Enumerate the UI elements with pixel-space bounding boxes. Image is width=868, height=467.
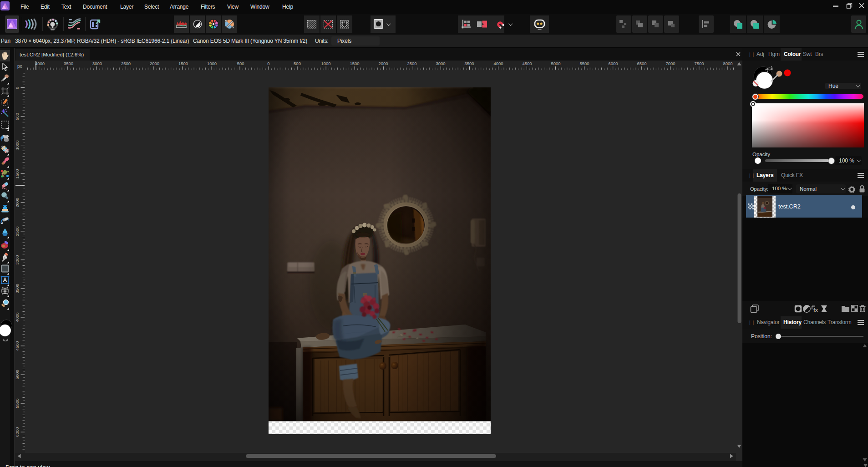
svg-text:5500: 5500 — [15, 398, 20, 408]
svg-text:4500: 4500 — [522, 61, 532, 66]
svg-text:6000: 6000 — [15, 427, 20, 437]
svg-text:6000: 6000 — [608, 61, 618, 66]
svg-text:-2500: -2500 — [120, 61, 131, 66]
svg-text:3500: 3500 — [464, 61, 474, 66]
svg-text:3000: 3000 — [436, 61, 445, 66]
svg-text:5000: 5000 — [15, 370, 20, 379]
svg-text:4000: 4000 — [493, 61, 503, 66]
svg-text:7000: 7000 — [665, 61, 675, 66]
svg-text:4000: 4000 — [15, 312, 20, 322]
svg-text:2500: 2500 — [407, 61, 416, 66]
svg-text:1000: 1000 — [15, 140, 20, 150]
svg-text:0: 0 — [15, 86, 20, 89]
svg-text:-2000: -2000 — [148, 61, 159, 66]
svg-text:500: 500 — [294, 61, 301, 66]
svg-text:-4000: -4000 — [34, 61, 45, 66]
svg-text:fx: fx — [813, 307, 818, 313]
svg-text:-1500: -1500 — [177, 61, 188, 66]
svg-text:1500: 1500 — [15, 169, 20, 178]
svg-text:7500: 7500 — [694, 61, 704, 66]
svg-text:2000: 2000 — [15, 198, 20, 207]
svg-text:-1000: -1000 — [206, 61, 217, 66]
svg-text:2000: 2000 — [378, 61, 388, 66]
svg-text:-500: -500 — [235, 61, 244, 66]
svg-text:1000: 1000 — [321, 61, 330, 66]
svg-text:3500: 3500 — [15, 284, 20, 293]
svg-text:2500: 2500 — [15, 226, 20, 236]
svg-text:6500: 6500 — [637, 61, 646, 66]
svg-text:-3000: -3000 — [91, 61, 102, 66]
svg-text:5500: 5500 — [579, 61, 589, 66]
svg-text:3000: 3000 — [15, 255, 20, 264]
svg-text:1500: 1500 — [350, 61, 359, 66]
svg-text:5000: 5000 — [551, 61, 560, 66]
svg-text:4500: 4500 — [15, 341, 20, 350]
svg-text:0: 0 — [267, 61, 269, 66]
svg-text:500: 500 — [15, 113, 20, 120]
svg-text:8000: 8000 — [723, 61, 732, 66]
svg-text:-3500: -3500 — [62, 61, 73, 66]
